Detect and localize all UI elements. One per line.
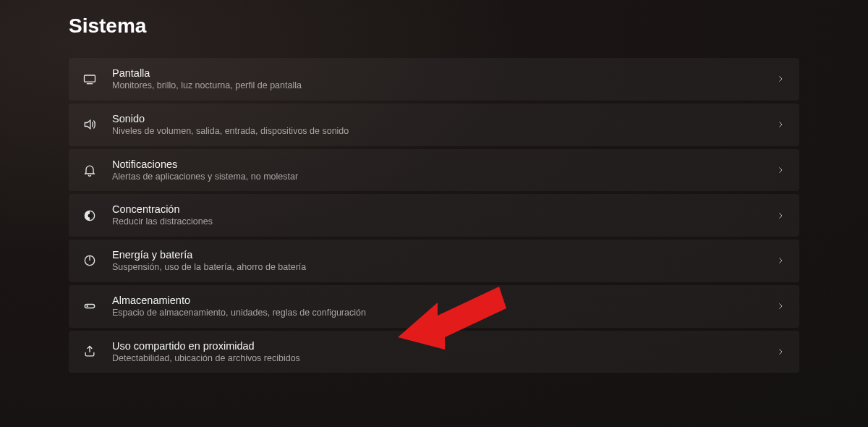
setting-row-notifications[interactable]: Notificaciones Alertas de aplicaciones y… <box>69 149 799 192</box>
svg-point-3 <box>88 214 92 217</box>
display-icon <box>82 71 98 87</box>
setting-row-nearby-share[interactable]: Uso compartido en proximidad Detectabili… <box>69 331 799 373</box>
setting-desc: Monitores, brillo, luz nocturna, perfil … <box>112 80 766 92</box>
setting-row-display[interactable]: Pantalla Monitores, brillo, luz nocturna… <box>69 58 799 101</box>
chevron-right-icon <box>775 164 786 176</box>
focus-icon <box>82 208 98 224</box>
chevron-right-icon <box>775 73 786 85</box>
storage-icon <box>82 298 98 314</box>
chevron-right-icon <box>775 346 786 358</box>
setting-desc: Niveles de volumen, salida, entrada, dis… <box>112 126 766 138</box>
setting-desc: Reducir las distracciones <box>112 216 766 228</box>
chevron-right-icon <box>775 255 786 266</box>
setting-title: Almacenamiento <box>112 294 766 307</box>
sound-icon <box>82 117 98 132</box>
setting-row-sound[interactable]: Sonido Niveles de volumen, salida, entra… <box>69 103 799 146</box>
setting-title: Notificaciones <box>112 158 766 171</box>
share-icon <box>82 344 98 360</box>
chevron-right-icon <box>775 300 786 312</box>
svg-rect-6 <box>85 305 94 308</box>
power-icon <box>82 253 98 269</box>
setting-desc: Espacio de almacenamiento, unidades, reg… <box>112 308 766 319</box>
setting-title: Sonido <box>112 112 766 125</box>
setting-title: Concentración <box>112 203 766 216</box>
setting-row-focus[interactable]: Concentración Reducir las distracciones <box>69 194 799 237</box>
setting-title: Uso compartido en proximidad <box>112 339 766 352</box>
setting-row-storage[interactable]: Almacenamiento Espacio de almacenamiento… <box>69 285 799 328</box>
setting-desc: Alertas de aplicaciones y sistema, no mo… <box>112 172 766 183</box>
bell-icon <box>82 162 98 178</box>
svg-point-7 <box>87 306 88 307</box>
svg-rect-0 <box>85 75 95 82</box>
setting-desc: Suspensión, uso de la batería, ahorro de… <box>112 262 766 274</box>
chevron-right-icon <box>775 210 786 221</box>
chevron-right-icon <box>775 119 786 130</box>
settings-list: Pantalla Monitores, brillo, luz nocturna… <box>69 58 799 373</box>
setting-desc: Detectabilidad, ubicación de archivos re… <box>112 353 766 365</box>
setting-row-power[interactable]: Energía y batería Suspensión, uso de la … <box>69 240 799 282</box>
setting-title: Pantalla <box>112 67 766 80</box>
page-title: Sistema <box>69 14 799 38</box>
setting-title: Energía y batería <box>112 248 766 261</box>
